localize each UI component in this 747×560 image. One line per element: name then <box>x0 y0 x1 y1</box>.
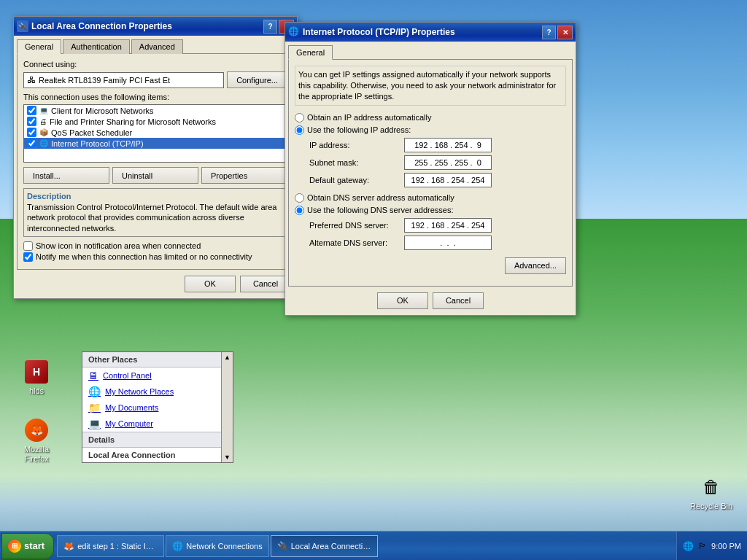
auto-ip-radio[interactable] <box>295 113 304 122</box>
adapter-field: 🖧 Realtek RTL8139 Family PCI Fast Et <box>23 72 224 88</box>
tab-general[interactable]: General <box>17 39 61 54</box>
network-places-icon: 🌐 <box>88 386 101 397</box>
start-label: start <box>24 540 44 551</box>
tab-authentication[interactable]: Authentication <box>63 39 130 54</box>
preferred-dns-input[interactable] <box>404 218 492 233</box>
tab-advanced[interactable]: Advanced <box>131 39 183 54</box>
my-computer-icon: 💻 <box>88 418 101 429</box>
listbox-item-2[interactable]: 📦 QoS Packet Scheduler <box>24 127 287 138</box>
hlds-label: hlds <box>29 386 44 396</box>
checkbox-notify-row: Notify me when this connection has limit… <box>23 252 287 262</box>
ip-address-input[interactable] <box>404 138 492 152</box>
taskbar-flag-icon: 🏳 <box>698 541 707 551</box>
local-area-help-btn[interactable]: ? <box>263 20 277 34</box>
taskbar-item-firefox[interactable]: 🦊 edit step 1 : Static IP ... <box>57 535 164 557</box>
manual-dns-radio[interactable] <box>295 206 304 215</box>
tcp-ip-help-btn[interactable]: ? <box>542 26 556 39</box>
taskbar-items: 🦊 edit step 1 : Static IP ... 🌐 Network … <box>54 532 676 560</box>
my-computer-link[interactable]: 💻 My Computer <box>82 416 233 432</box>
tcp-ip-dialog-buttons: OK Cancel <box>285 289 576 315</box>
auto-dns-label: Obtain DNS server address automatically <box>307 193 454 202</box>
details-label: Details <box>88 435 115 444</box>
properties-btn[interactable]: Properties <box>201 167 287 184</box>
tcp-ip-dialog: 🌐 Internet Protocol (TCP/IP) Properties … <box>285 22 576 316</box>
tcp-ip-titlebar: 🌐 Internet Protocol (TCP/IP) Properties … <box>285 23 576 42</box>
item-icon-2: 📦 <box>39 128 48 136</box>
item-checkbox-1[interactable] <box>27 117 36 126</box>
tcp-ip-tabs: General <box>285 42 576 59</box>
adapter-icon: 🖧 <box>27 75 36 85</box>
taskbar-right: 🌐 🏳 9:00 PM <box>676 532 747 560</box>
install-btn[interactable]: Install... <box>23 167 109 184</box>
gateway-row: Default gateway: <box>309 173 566 187</box>
item-checkbox-0[interactable] <box>27 106 36 115</box>
taskbar-item-network[interactable]: 🌐 Network Connections <box>166 535 269 557</box>
description-text: Transmission Control Protocol/Internet P… <box>27 202 284 233</box>
notify-checkbox[interactable] <box>23 252 33 262</box>
desktop-icon-recycle-bin[interactable]: 🗑 Recycle Bin <box>686 472 737 514</box>
explorer-items: 🖥 Control Panel 🌐 My Network Places 📁 My… <box>82 368 233 432</box>
start-button[interactable]: ⊞ start <box>1 533 54 559</box>
scroll-down[interactable]: ▼ <box>224 454 231 461</box>
gateway-input[interactable] <box>404 173 492 187</box>
taskbar-network-icon: 🌐 <box>172 541 183 551</box>
configure-btn[interactable]: Configure... <box>227 71 287 88</box>
taskbar-local-area-icon: 🔌 <box>277 541 288 551</box>
my-network-places-link[interactable]: 🌐 My Network Places <box>82 384 233 400</box>
scroll-up[interactable]: ▲ <box>224 354 231 361</box>
item-checkbox-3[interactable] <box>27 139 36 148</box>
desktop: H hlds 🦊 Mozilla Firefox 🗑 Recycle Bin O… <box>0 0 747 560</box>
manual-ip-radio[interactable] <box>295 125 304 135</box>
local-area-cancel-btn[interactable]: Cancel <box>240 276 291 292</box>
advanced-btn[interactable]: Advanced... <box>505 257 566 274</box>
subnet-mask-input[interactable] <box>404 155 492 170</box>
manual-ip-label: Use the following IP address: <box>307 125 411 134</box>
tcp-ip-ok-btn[interactable]: OK <box>377 292 428 309</box>
tcp-ip-cancel-btn[interactable]: Cancel <box>433 292 484 309</box>
local-area-title-icon: 🔌 <box>17 20 28 32</box>
listbox-item-3[interactable]: 🌐 Internet Protocol (TCP/IP) <box>24 138 287 149</box>
other-places-header[interactable]: Other Places ▲ <box>82 352 233 368</box>
desktop-icon-firefox[interactable]: 🦊 Mozilla Firefox <box>11 416 62 467</box>
hlds-icon: H <box>25 360 48 384</box>
desktop-icon-hlds[interactable]: H hlds <box>11 357 62 399</box>
recycle-bin-icon: 🗑 <box>700 475 723 499</box>
gateway-label: Default gateway: <box>309 176 404 184</box>
items-listbox[interactable]: 💻 Client for Microsoft Networks 🖨 File a… <box>23 104 287 163</box>
tcp-ip-tab-general[interactable]: General <box>288 45 333 60</box>
ip-fields-section: IP address: Subnet mask: Default gateway… <box>309 138 566 187</box>
adapter-row: 🖧 Realtek RTL8139 Family PCI Fast Et Con… <box>23 71 287 88</box>
ip-address-row: IP address: <box>309 138 566 152</box>
firefox-icon: 🦊 <box>25 419 48 442</box>
tcp-ip-close-btn[interactable]: ✕ <box>557 26 573 39</box>
connect-using-section: Connect using: 🖧 Realtek RTL8139 Family … <box>23 60 287 88</box>
preferred-dns-row: Preferred DNS server: <box>309 218 566 233</box>
control-panel-link[interactable]: 🖥 Control Panel <box>82 368 233 384</box>
taskbar-item-local-area[interactable]: 🔌 Local Area Connectio... <box>271 535 378 557</box>
local-area-ok-btn[interactable]: OK <box>185 276 236 292</box>
recycle-bin-label: Recycle Bin <box>690 502 732 511</box>
tcp-ip-title-text: Internet Protocol (TCP/IP) Properties <box>303 27 539 37</box>
my-documents-link[interactable]: 📁 My Documents <box>82 400 233 416</box>
manual-dns-row: Use the following DNS server addresses: <box>295 206 566 215</box>
manual-dns-label: Use the following DNS server addresses: <box>307 206 454 214</box>
item-checkbox-2[interactable] <box>27 128 36 137</box>
taskbar-network-status-icon: 🌐 <box>683 541 694 551</box>
listbox-item-0[interactable]: 💻 Client for Microsoft Networks <box>24 105 287 116</box>
auto-dns-radio[interactable] <box>295 193 304 203</box>
taskbar: ⊞ start 🦊 edit step 1 : Static IP ... 🌐 … <box>0 531 747 560</box>
ip-address-label: IP address: <box>309 141 404 149</box>
alternate-dns-input[interactable] <box>404 236 492 250</box>
firefox-label: Mozilla Firefox <box>14 445 59 464</box>
item-icon-0: 💻 <box>39 106 48 114</box>
subnet-mask-label: Subnet mask: <box>309 158 404 167</box>
listbox-item-1[interactable]: 🖨 File and Printer Sharing for Microsoft… <box>24 116 287 127</box>
local-area-titlebar: 🔌 Local Area Connection Properties ? ✕ <box>14 17 297 36</box>
show-icon-checkbox[interactable] <box>23 241 33 251</box>
details-header[interactable]: Details ▲ <box>82 432 233 448</box>
uninstall-btn[interactable]: Uninstall <box>112 167 198 184</box>
local-area-title-text: Local Area Connection Properties <box>31 21 260 31</box>
auto-ip-label: Obtain an IP address automatically <box>307 113 431 122</box>
tcp-ip-intro: You can get IP settings assigned automat… <box>295 66 566 106</box>
details-name: Local Area Connection <box>82 448 233 462</box>
